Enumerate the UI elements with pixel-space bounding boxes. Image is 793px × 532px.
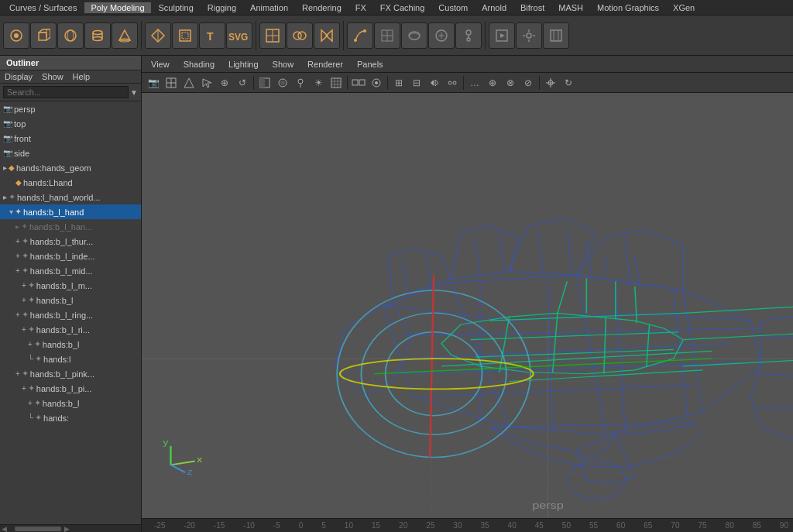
outliner-item-hands-last[interactable]: └ ✦ hands: bbox=[0, 410, 141, 425]
outliner-item-b-l-ring[interactable]: + ✦ hands:b_l_ring... bbox=[0, 307, 141, 322]
outliner-item-b-l-hand[interactable]: ▾ ✦ hands:b_l_hand bbox=[0, 204, 141, 219]
menu-curves-surfaces[interactable]: Curves / Surfaces bbox=[3, 2, 83, 13]
toolbar-anim-btn[interactable] bbox=[543, 22, 569, 49]
vp-btn-select-mode[interactable] bbox=[444, 75, 461, 91]
vp-btn-light[interactable] bbox=[292, 75, 309, 91]
menu-custom[interactable]: Custom bbox=[432, 2, 474, 13]
toolbar-cube-btn[interactable] bbox=[30, 22, 57, 49]
toolbar-sculpt-btn[interactable] bbox=[401, 22, 427, 49]
toolbar-combine-btn[interactable] bbox=[287, 22, 313, 49]
scroll-left-arrow[interactable]: ◀ bbox=[2, 525, 7, 533]
toolbar-cone-btn[interactable] bbox=[112, 22, 138, 49]
vp-btn-shading1[interactable] bbox=[256, 75, 273, 91]
vp-btn-grid[interactable] bbox=[163, 75, 180, 91]
outliner-item-b-l-han-dim[interactable]: ▸ ✦ hands:b_l_han... bbox=[0, 219, 141, 234]
vp-btn-more[interactable]: … bbox=[466, 75, 483, 91]
outliner-item-side[interactable]: 📷 side bbox=[0, 146, 141, 160]
outliner-item-b-l-2[interactable]: + ✦ hands:b_l bbox=[0, 337, 141, 352]
outliner-item-lhand-world[interactable]: ▸ ✦ hands:l_hand_world... bbox=[0, 190, 141, 204]
menu-motion-graphics[interactable]: Motion Graphics bbox=[591, 2, 665, 13]
toolbar-sphere-btn[interactable] bbox=[57, 22, 84, 49]
menu-arnold[interactable]: Arnold bbox=[475, 2, 513, 13]
outliner-item-b-l-m[interactable]: + ✦ hands:b_l_m... bbox=[0, 278, 141, 293]
outliner-item-b-l-thur[interactable]: + ✦ hands:b_l_thur... bbox=[0, 234, 141, 249]
vp-btn-icons2[interactable]: ⊗ bbox=[502, 75, 519, 91]
search-dropdown-arrow[interactable]: ▼ bbox=[130, 88, 138, 97]
outliner-item-b-l-pi[interactable]: + ✦ hands:b_l_pi... bbox=[0, 381, 141, 396]
outliner-item-b-l-mid[interactable]: + ✦ hands:b_l_mid... bbox=[0, 263, 141, 278]
toolbar-mesh-btn[interactable] bbox=[259, 22, 286, 49]
vp-btn-icons1[interactable]: ⊕ bbox=[484, 75, 501, 91]
outliner-item-b-l-inde[interactable]: + ✦ hands:b_l_inde... bbox=[0, 249, 141, 263]
vp-btn-shading2[interactable] bbox=[274, 75, 291, 91]
vp-btn-snap[interactable]: ⊟ bbox=[408, 75, 425, 91]
outliner-h-scrollbar[interactable]: ◀ ▶ bbox=[0, 524, 141, 532]
menu-sculpting[interactable]: Sculpting bbox=[153, 2, 200, 13]
outliner-item-b-l-ri[interactable]: + ✦ hands:b_l_ri... bbox=[0, 322, 141, 337]
menu-mash[interactable]: MASH bbox=[552, 2, 589, 13]
outliner-item-hands-geom[interactable]: ▸ ◆ hands:hands_geom bbox=[0, 160, 141, 175]
vp-btn-axis[interactable] bbox=[542, 75, 559, 91]
vp-menu-show[interactable]: Show bbox=[266, 59, 300, 70]
toolbar-select-btn[interactable] bbox=[3, 22, 29, 49]
menu-fx[interactable]: FX bbox=[349, 2, 372, 13]
vp-btn-icons3[interactable]: ⊘ bbox=[520, 75, 537, 91]
vp-menu-renderer[interactable]: Renderer bbox=[301, 59, 349, 70]
scroll-thumb[interactable] bbox=[15, 527, 61, 531]
toolbar-cylinder-btn[interactable] bbox=[84, 22, 111, 49]
vp-btn-persp-toggle[interactable] bbox=[350, 75, 367, 91]
ruler-tick: -5 bbox=[273, 521, 280, 530]
outliner-item-b-l-1[interactable]: + ✦ hands:b_l bbox=[0, 293, 141, 307]
toolbar-bridge-btn[interactable]: T bbox=[199, 22, 225, 49]
toolbar-settings-btn[interactable] bbox=[516, 22, 542, 49]
toolbar-deform-btn[interactable] bbox=[347, 22, 373, 49]
toolbar-extrude-btn[interactable] bbox=[145, 22, 171, 49]
vp-btn-refresh[interactable]: ↻ bbox=[560, 75, 577, 91]
outliner-item-front[interactable]: 📷 front bbox=[0, 131, 141, 146]
scroll-right-arrow[interactable]: ▶ bbox=[64, 525, 70, 533]
viewport-canvas[interactable]: x y z persp bbox=[142, 93, 793, 518]
vp-btn-transform[interactable]: ⊞ bbox=[390, 75, 407, 91]
toolbar-bevel-btn[interactable] bbox=[172, 22, 198, 49]
toolbar-mirror-btn[interactable] bbox=[314, 22, 340, 49]
outliner-item-top[interactable]: 📷 top bbox=[0, 116, 141, 131]
menu-fx-caching[interactable]: FX Caching bbox=[374, 2, 431, 13]
toolbar-lattice-btn[interactable] bbox=[374, 22, 400, 49]
vp-btn-camera[interactable]: 📷 bbox=[145, 75, 162, 91]
vp-btn-xray[interactable] bbox=[426, 75, 443, 91]
vp-menu-view[interactable]: View bbox=[145, 59, 176, 70]
outliner-item-b-l-pink[interactable]: + ✦ hands:b_l_pink... bbox=[0, 366, 141, 381]
vp-btn-texture[interactable] bbox=[328, 75, 345, 91]
ruler-tick: 80 bbox=[726, 521, 734, 530]
vp-menu-panels[interactable]: Panels bbox=[351, 59, 390, 70]
vp-btn-select[interactable] bbox=[198, 75, 215, 91]
menu-rigging[interactable]: Rigging bbox=[201, 2, 242, 13]
outliner-item-persp[interactable]: 📷 persp bbox=[0, 101, 141, 116]
toolbar-render-btn[interactable] bbox=[489, 22, 515, 49]
toolbar-svg-btn[interactable]: SVG bbox=[226, 22, 252, 49]
outliner-item-lhand[interactable]: ◆ hands:Lhand bbox=[0, 175, 141, 190]
outliner-label-b-l-ring: hands:b_l_ring... bbox=[30, 311, 93, 320]
outliner-item-b-l-3[interactable]: + ✦ hands:b_l bbox=[0, 396, 141, 410]
vp-btn-shadow[interactable]: ☀ bbox=[310, 75, 327, 91]
menu-poly-modeling[interactable]: Poly Modeling bbox=[84, 2, 150, 13]
vp-btn-move[interactable]: ⊕ bbox=[216, 75, 233, 91]
outliner-menu-display[interactable]: Display bbox=[5, 72, 33, 81]
search-input[interactable] bbox=[3, 86, 129, 98]
toolbar-paint-btn[interactable] bbox=[428, 22, 455, 49]
menu-xgen[interactable]: XGen bbox=[667, 2, 701, 13]
menu-bifrost[interactable]: Bifrost bbox=[514, 2, 551, 13]
menu-animation[interactable]: Animation bbox=[244, 2, 294, 13]
vp-btn-wireframe[interactable] bbox=[180, 75, 197, 91]
outliner-menu-help[interactable]: Help bbox=[73, 72, 91, 81]
vp-sep5 bbox=[539, 76, 540, 90]
toolbar-joint-btn[interactable] bbox=[455, 22, 482, 49]
vp-menu-lighting[interactable]: Lighting bbox=[222, 59, 265, 70]
vp-btn-isolate[interactable] bbox=[368, 75, 385, 91]
outliner-menu-show[interactable]: Show bbox=[42, 72, 64, 81]
expand-icon-last: └ bbox=[28, 414, 33, 422]
menu-rendering[interactable]: Rendering bbox=[296, 2, 348, 13]
vp-menu-shading[interactable]: Shading bbox=[177, 59, 221, 70]
vp-btn-rotate[interactable]: ↺ bbox=[234, 75, 251, 91]
outliner-item-l[interactable]: └ ✦ hands:l bbox=[0, 352, 141, 366]
